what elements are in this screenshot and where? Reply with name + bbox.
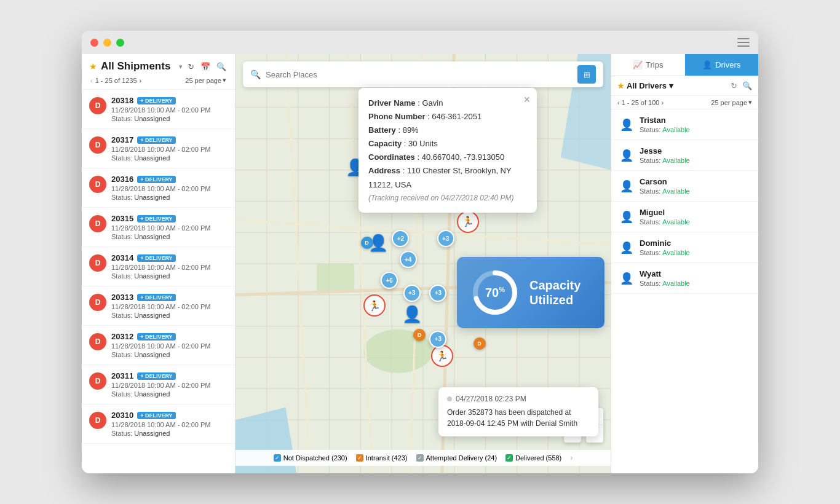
dispatch-popup: 04/27/2018 02:23 PM Order 352873 has bee… [438,387,598,436]
driver-item[interactable]: 👤 Tristan Status: Available [611,109,758,140]
runner-marker-2[interactable]: 🏃 [457,211,479,233]
capacity-label: CapacityUtilized [529,278,580,307]
left-pagination: ‹ 1 - 25 of 1235 › 25 per page ▾ [89,76,228,84]
app-body: ★ All Shipments ▾ ↻ 📅 🔍 ‹ 1 - 25 of 1235… [82,54,758,473]
capacity-card: 70% CapacityUtilized [457,257,604,328]
shipment-badge: + DELIVERY [137,294,175,301]
driver-status: Status: Available [640,126,751,133]
shipment-item[interactable]: D 20311 + DELIVERY 11/28/2018 10:00 AM -… [82,365,235,404]
legend-check: ✓ [416,454,424,462]
shipment-status: Status: Unassigned [111,390,228,398]
driver-marker-orange-2[interactable]: 👤 [402,306,422,322]
prev-drivers-button[interactable]: ‹ [617,99,620,106]
legend-item-green[interactable]: ✓ Delivered (558) [505,454,561,462]
shipment-item[interactable]: D 20310 + DELIVERY 11/28/2018 10:00 AM -… [82,404,235,444]
popup-close-button[interactable]: ✕ [523,93,531,108]
tab-trips[interactable]: 📈 Trips [611,54,685,76]
cluster-d-pin-2[interactable]: D [413,329,426,341]
legend-item-orange[interactable]: ✓ Intransit (423) [356,454,408,462]
shipment-time: 11/28/2018 10:00 AM - 02:00 PM [111,382,228,389]
left-header: ★ All Shipments ▾ ↻ 📅 🔍 ‹ 1 - 25 of 1235… [82,54,235,90]
search-icon[interactable]: 🔍 [215,61,228,73]
cluster-3[interactable]: +4 [400,251,417,268]
refresh-icon[interactable]: ↻ [186,61,196,73]
drivers-tab-label: Drivers [715,60,740,69]
cluster-d-pin-3[interactable]: D [473,337,486,350]
shipment-id: 20310 [111,411,133,420]
driver-status: Status: Available [640,157,751,164]
shipment-avatar: D [89,136,106,154]
right-subheader: ★ All Drivers ▾ ↻ 🔍 [611,76,758,96]
prev-page-button[interactable]: ‹ [90,77,93,84]
driver-item[interactable]: 👤 Dominic Status: Available [611,232,758,263]
refresh-drivers-icon[interactable]: ↻ [731,81,737,90]
driver-info: Tristan Status: Available [640,116,751,133]
capacity-ring: 70% [470,268,520,317]
per-page-selector[interactable]: 25 per page ▾ [185,76,226,84]
star-icon[interactable]: ★ [89,61,97,71]
svg-rect-26 [317,264,354,292]
next-page-button[interactable]: › [140,77,142,84]
driver-info: Miguel Status: Available [640,208,751,226]
drivers-chevron-icon[interactable]: ▾ [669,81,673,90]
chevron-down-icon[interactable]: ▾ [179,63,183,71]
cluster-7[interactable]: +3 [437,230,454,247]
close-button[interactable] [90,39,98,47]
cluster-4[interactable]: +6 [381,272,398,289]
shipment-status: Status: Unassigned [111,351,228,358]
runner-marker-1[interactable]: 🏃 [363,294,386,317]
driver-item[interactable]: 👤 Carson Status: Available [611,171,758,202]
dispatch-dot [447,396,452,401]
shipment-id: 20316 [111,175,133,184]
shipment-item[interactable]: D 20312 + DELIVERY 11/28/2018 10:00 AM -… [82,326,235,365]
shipment-item[interactable]: D 20314 + DELIVERY 11/28/2018 10:00 AM -… [82,247,235,286]
shipment-time: 11/28/2018 10:00 AM - 02:00 PM [111,185,228,192]
shipment-time: 11/28/2018 10:00 AM - 02:00 PM [111,421,228,428]
battery-row: Battery : 89% [368,124,527,137]
driver-name: Jesse [640,146,751,156]
map-layer-button[interactable]: ⊞ [577,65,596,84]
cluster-6[interactable]: +3 [429,285,446,302]
driver-popup: ✕ Driver Name : Gavin Phone Number : 646… [359,88,537,213]
shipment-time: 11/28/2018 10:00 AM - 02:00 PM [111,342,228,350]
shipment-item[interactable]: D 20317 + DELIVERY 11/28/2018 10:00 AM -… [82,129,235,168]
search-drivers-icon[interactable]: 🔍 [742,81,752,90]
legend-item-blue[interactable]: ✓ Not Dispatched (230) [274,454,347,462]
maximize-button[interactable] [116,39,124,47]
shipment-item[interactable]: D 20313 + DELIVERY 11/28/2018 10:00 AM -… [82,286,235,326]
legend-arrow-icon[interactable]: › [570,454,573,462]
shipment-item[interactable]: D 20315 + DELIVERY 11/28/2018 10:00 AM -… [82,208,235,247]
shipment-avatar: D [89,215,106,232]
legend-label: Intransit (423) [366,454,408,462]
page-title: All Shipments [101,60,175,73]
legend-item-gray[interactable]: ✓ Attempted Delivery (24) [416,454,497,462]
search-bar: 🔍 ⊞ [243,61,603,87]
search-input[interactable] [266,70,573,79]
star-icon[interactable]: ★ [617,82,624,90]
cluster-5[interactable]: +3 [403,285,421,302]
shipment-item[interactable]: D 20318 + DELIVERY 11/28/2018 10:00 AM -… [82,90,235,129]
shipment-avatar: D [89,294,106,311]
search-icon: 🔍 [250,69,261,79]
menu-button[interactable] [737,38,750,47]
cluster-2[interactable]: +2 [392,230,409,247]
next-drivers-button[interactable]: › [661,99,664,106]
drivers-per-page[interactable]: 25 per page ▾ [711,98,752,106]
cluster-9[interactable]: +3 [429,331,446,348]
driver-item[interactable]: 👤 Wyatt Status: Available [611,263,758,294]
shipment-item[interactable]: D 20316 + DELIVERY 11/28/2018 10:00 AM -… [82,168,235,208]
runner-marker-3[interactable]: 🏃 [431,345,453,367]
driver-status: Status: Available [640,218,751,226]
driver-avatar: 👤 [619,240,635,256]
cluster-d-pin-4[interactable]: D [361,237,373,249]
driver-status: Status: Available [640,187,751,195]
tab-drivers[interactable]: 👤 Drivers [685,54,759,76]
minimize-button[interactable] [103,39,111,47]
driver-item[interactable]: 👤 Jesse Status: Available [611,140,758,171]
driver-item[interactable]: 👤 Miguel Status: Available [611,202,758,232]
driver-list: 👤 Tristan Status: Available 👤 Jesse Stat… [611,109,758,473]
calendar-icon[interactable]: 📅 [199,61,212,73]
left-panel: ★ All Shipments ▾ ↻ 📅 🔍 ‹ 1 - 25 of 1235… [82,54,236,473]
shipment-badge: + DELIVERY [137,136,175,144]
map-area: 👤 👤 👤 👤 👤 🏃 🏃 [236,54,611,473]
